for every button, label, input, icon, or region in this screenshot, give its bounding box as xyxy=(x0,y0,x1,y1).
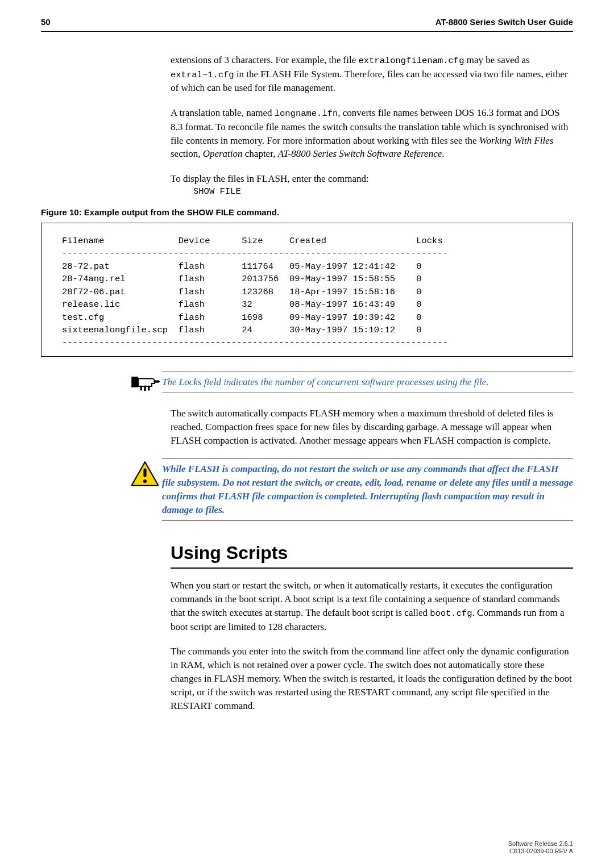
inline-code: extralongfilenam.cfg xyxy=(358,56,464,66)
inline-code: extral~1.cfg xyxy=(171,70,234,80)
footer-release: Software Release 2.6.1 xyxy=(508,840,573,848)
header-rule xyxy=(41,31,573,32)
section-heading-using-scripts: Using Scripts xyxy=(171,540,573,566)
page-footer: Software Release 2.6.1 C613-02039-00 REV… xyxy=(508,840,573,856)
compaction-paragraph: The switch automatically compacts FLASH … xyxy=(171,407,573,447)
hand-point-icon xyxy=(128,372,162,393)
warning-triangle-icon xyxy=(128,458,162,487)
intro-paragraph-2: A translation table, named longname.lfn,… xyxy=(171,106,573,161)
page-header: 50 AT-8800 Series Switch User Guide xyxy=(0,0,614,31)
heading-rule xyxy=(171,567,573,569)
inline-code: longname.lfn xyxy=(275,108,338,119)
guide-title: AT-8800 Series Switch User Guide xyxy=(435,16,573,28)
warning-row: While FLASH is compacting, do not restar… xyxy=(128,458,573,520)
locks-note-row: The Locks field indicates the number of … xyxy=(128,372,573,393)
footer-docid: C613-02039-00 REV A xyxy=(508,848,573,856)
warning-text: While FLASH is compacting, do not restar… xyxy=(162,462,573,516)
show-file-output: Filename Device Size Created Locks -----… xyxy=(41,223,573,357)
scripts-paragraph-2: The commands you enter into the switch f… xyxy=(171,645,573,712)
display-files-line: To display the files in FLASH, enter the… xyxy=(171,172,573,186)
page-number: 50 xyxy=(41,16,51,28)
svg-rect-5 xyxy=(143,469,146,478)
svg-point-6 xyxy=(143,479,147,483)
scripts-paragraph-1: When you start or restart the switch, or… xyxy=(171,579,573,633)
figure-caption: Figure 10: Example output from the SHOW … xyxy=(41,206,614,218)
inline-code: boot.cfg xyxy=(430,608,472,619)
show-file-command: SHOW FILE xyxy=(193,186,573,198)
svg-rect-0 xyxy=(131,377,138,387)
locks-note-text: The Locks field indicates the number of … xyxy=(162,375,573,389)
intro-paragraph-1: extensions of 3 characters. For example,… xyxy=(171,53,573,95)
